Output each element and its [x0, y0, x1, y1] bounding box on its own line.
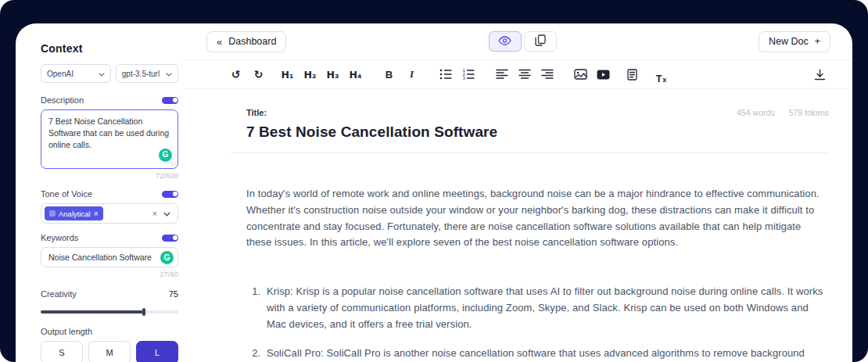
- document-title[interactable]: 7 Best Noise Cancellation Software: [231, 124, 829, 141]
- clear-format-icon[interactable]: Tx: [651, 64, 672, 84]
- model-select[interactable]: gpt-3.5-turl: [116, 64, 178, 83]
- slider-thumb[interactable]: [142, 308, 145, 316]
- model-selects-row: OpenAI gpt-3.5-turl: [41, 64, 178, 83]
- chevron-down-icon[interactable]: [163, 209, 170, 218]
- view-mode-group: [489, 31, 557, 52]
- bullet-list-icon[interactable]: [435, 64, 456, 84]
- heading-1-button[interactable]: H₁: [277, 64, 298, 84]
- app-window: Context OpenAI gpt-3.5-turl Description …: [16, 23, 852, 362]
- description-counter: 72/600: [41, 171, 178, 180]
- notes-icon[interactable]: [622, 64, 643, 84]
- keywords-counter: 27/60: [41, 270, 178, 278]
- download-icon[interactable]: [809, 64, 830, 84]
- svg-text:3: 3: [462, 76, 465, 80]
- keywords-input[interactable]: Noise Cancellation Software G: [41, 247, 178, 267]
- keywords-label: Keywords: [41, 233, 78, 242]
- align-left-icon[interactable]: [491, 64, 512, 84]
- word-count: 454 words: [737, 108, 774, 117]
- plus-icon: +: [815, 36, 820, 47]
- creativity-value: 75: [169, 289, 178, 299]
- youtube-icon[interactable]: [593, 64, 614, 84]
- top-toolbar: « Dashboard New Doc +: [181, 23, 852, 60]
- preview-eye-button[interactable]: [489, 31, 522, 52]
- tone-tag-icon: [49, 210, 56, 217]
- clear-format-x: x: [662, 76, 666, 84]
- keywords-header: Keywords: [41, 233, 178, 242]
- clear-format-t: T: [656, 73, 662, 84]
- context-sidebar: Context OpenAI gpt-3.5-turl Description …: [16, 23, 181, 362]
- dashboard-button-label: Dashboard: [228, 36, 276, 47]
- description-text: 7 Best Noise Cancellation Software that …: [48, 116, 169, 149]
- list-item: SoliCall Pro: SoliCall Pro is another no…: [264, 346, 825, 362]
- intro-paragraph: In today's world of remote work and onli…: [246, 186, 825, 251]
- tone-label: Tone of Voice: [41, 189, 92, 199]
- tone-multiselect[interactable]: Analytical × ×: [41, 203, 178, 224]
- provider-select-value: OpenAI: [47, 70, 74, 78]
- formatting-toolbar: ↺ ↻ H₁ H₂ H₃ H₄ B I 123: [181, 60, 852, 89]
- align-center-icon[interactable]: [514, 64, 535, 84]
- output-length-m-button[interactable]: M: [88, 341, 131, 362]
- description-textarea[interactable]: 7 Best Noise Cancellation Software that …: [41, 109, 178, 169]
- tone-header: Tone of Voice: [41, 189, 178, 199]
- heading-4-button[interactable]: H₄: [345, 64, 366, 84]
- copy-icon: [535, 34, 546, 48]
- align-right-icon[interactable]: [536, 64, 558, 84]
- output-length-s-button[interactable]: S: [41, 341, 83, 362]
- tone-clear-icon[interactable]: ×: [152, 209, 157, 218]
- output-length-l-button[interactable]: L: [136, 341, 178, 362]
- new-doc-button-label: New Doc: [769, 36, 809, 47]
- description-toggle[interactable]: [162, 97, 178, 104]
- sidebar-title: Context: [41, 42, 178, 55]
- main-area: « Dashboard New Doc +: [181, 23, 852, 362]
- dashboard-button[interactable]: « Dashboard: [206, 31, 286, 52]
- description-label: Description: [41, 95, 84, 105]
- eye-icon: [498, 36, 511, 48]
- grammarly-icon[interactable]: G: [159, 149, 172, 162]
- bold-button[interactable]: B: [378, 64, 400, 84]
- document-counts: 454 words 579 tokens: [737, 108, 829, 117]
- heading-2-button[interactable]: H₂: [299, 64, 321, 84]
- title-divider: [231, 152, 829, 153]
- grammarly-icon[interactable]: G: [160, 251, 174, 264]
- image-icon[interactable]: [570, 64, 591, 84]
- creativity-slider[interactable]: [41, 308, 178, 316]
- software-list: Krisp: Krisp is a popular noise cancella…: [246, 284, 825, 362]
- tone-controls: ×: [152, 209, 170, 218]
- creativity-header: Creativity 75: [41, 289, 178, 299]
- undo-icon[interactable]: ↺: [225, 64, 246, 84]
- back-chevrons-icon: «: [217, 36, 222, 48]
- output-length-options: S M L: [41, 341, 178, 362]
- keywords-value: Noise Cancellation Software: [48, 253, 152, 262]
- document-editor: Title: 454 words 579 tokens 7 Best Noise…: [181, 89, 852, 362]
- creativity-label: Creativity: [41, 289, 77, 299]
- new-doc-button[interactable]: New Doc +: [759, 31, 830, 52]
- tone-tag-remove-icon[interactable]: ×: [94, 210, 99, 218]
- chevron-down-icon: [99, 70, 105, 78]
- heading-3-button[interactable]: H₃: [322, 64, 343, 84]
- document-body[interactable]: In today's world of remote work and onli…: [231, 186, 829, 362]
- keywords-toggle[interactable]: [162, 235, 178, 242]
- token-count: 579 tokens: [789, 108, 829, 117]
- italic-button[interactable]: I: [401, 64, 422, 84]
- slider-fill: [41, 310, 144, 314]
- description-header: Description: [41, 95, 178, 105]
- provider-select[interactable]: OpenAI: [41, 64, 111, 83]
- tone-tag-label: Analytical: [59, 210, 91, 218]
- resize-grip-icon[interactable]: [170, 161, 176, 167]
- title-label: Title:: [246, 108, 267, 117]
- tone-toggle[interactable]: [162, 191, 178, 198]
- list-item: Krisp: Krisp is a popular noise cancella…: [264, 284, 825, 332]
- ordered-list-icon[interactable]: 123: [457, 64, 479, 84]
- chevron-down-icon: [166, 70, 172, 78]
- document-header: Title: 454 words 579 tokens: [231, 108, 829, 117]
- model-select-value: gpt-3.5-turl: [122, 70, 160, 78]
- tone-tag: Analytical ×: [45, 206, 103, 220]
- copy-button[interactable]: [524, 31, 557, 52]
- redo-icon[interactable]: ↻: [248, 64, 269, 84]
- output-length-label: Output length: [41, 327, 178, 336]
